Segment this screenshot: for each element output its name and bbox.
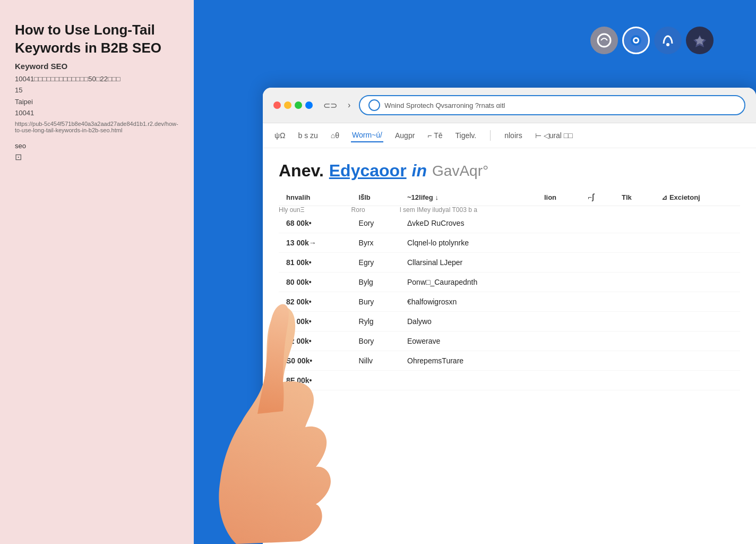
table-cell-8-6 — [654, 371, 740, 390]
nav-tab-worm[interactable]: Worm~ú/ — [351, 129, 383, 142]
table-cell-2-6 — [654, 253, 740, 273]
table-cell-2-0: 81 00k• — [279, 253, 351, 273]
address-text: Wnind Sprotech Qvsarroning ?rnats αitl — [384, 101, 505, 109]
nav-tab-nloirs[interactable]: nloirs — [503, 129, 523, 142]
table-cell-6-5 — [614, 332, 654, 351]
table-cell-1-4 — [580, 233, 614, 253]
table-cell-4-1: Bury — [351, 292, 400, 312]
table-row[interactable]: 68 00k•EoryΔvkeD RuCroves — [279, 214, 740, 233]
decorative-circle-1 — [590, 27, 618, 54]
decorative-circle-4 — [686, 27, 714, 54]
nav-tab-tigelv[interactable]: Tigelv. — [454, 129, 478, 142]
page-title-part1: Anev. — [279, 161, 324, 181]
table-cell-2-3 — [537, 253, 580, 273]
table-cell-7-3 — [537, 351, 580, 371]
subheader-col1: Hly ounΞ — [279, 206, 351, 214]
sidebar: How to Use Long-Tail Keywords in B2B SEO… — [0, 0, 194, 544]
nav-tab-icon1[interactable]: ψΩ — [273, 129, 286, 142]
traffic-light-yellow[interactable] — [284, 101, 291, 109]
sidebar-tag: seo — [15, 142, 179, 150]
table-row[interactable]: S0 00k•NillvOhrepemsTurare — [279, 351, 740, 371]
table-cell-4-4 — [580, 292, 614, 312]
table-cell-6-2: Eowerave — [400, 332, 537, 351]
col-header-3[interactable]: lion — [537, 189, 580, 206]
address-bar[interactable]: Wnind Sprotech Qvsarroning ?rnats αitl — [359, 95, 745, 115]
sidebar-title: How to Use Long-Tail Keywords in B2B SEO — [15, 21, 179, 57]
col-header-4[interactable]: ⌐ʃ — [580, 189, 614, 206]
traffic-light-blue[interactable] — [305, 101, 313, 109]
table-cell-7-1: Nillv — [351, 351, 400, 371]
table-row[interactable]: 80 00k•BylgPonw□_Caurapednth — [279, 273, 740, 292]
table-cell-0-2: ΔvkeD RuCroves — [400, 214, 537, 233]
table-cell-0-6 — [654, 214, 740, 233]
forward-button[interactable]: › — [346, 99, 353, 111]
page-title-part2: Edycaoor — [329, 161, 407, 181]
traffic-lights — [273, 101, 313, 109]
table-row[interactable]: 17 00k•RylgDalywo — [279, 312, 740, 332]
sidebar-url: https://pub-5c454f571b8e40a3a2aad27ade84… — [15, 121, 179, 133]
page-title-part4: GavAqr° — [432, 163, 488, 180]
sidebar-meta-line1: 10041□□□□□□□□□□□□□50□22□□□ — [15, 74, 179, 84]
col-header-1[interactable]: ls̃lb — [351, 189, 400, 206]
sidebar-meta-line3: Taipei — [15, 97, 179, 107]
main-area: ⊂⊃ › Wnind Sprotech Qvsarroning ?rnats α… — [194, 0, 756, 544]
nav-tab-augpr[interactable]: Augpr — [394, 129, 416, 142]
table-cell-0-1: Eory — [351, 214, 400, 233]
table-row[interactable]: 81 00k•EgryCllarsinal LJeper — [279, 253, 740, 273]
table-cell-1-1: Byrx — [351, 233, 400, 253]
table-cell-8-2 — [400, 371, 537, 390]
table-cell-5-6 — [654, 312, 740, 332]
nav-tab-icon2[interactable]: ⌂θ — [330, 129, 340, 142]
traffic-light-red[interactable] — [273, 101, 281, 109]
nav-tab-ural[interactable]: ⊢ ◁ural □□ — [534, 129, 574, 142]
traffic-light-green[interactable] — [295, 101, 302, 109]
table-cell-8-4 — [580, 371, 614, 390]
table-cell-1-5 — [614, 233, 654, 253]
nav-tab-bszu[interactable]: b s zu — [297, 129, 319, 142]
nav-separator — [490, 130, 491, 141]
col-header-0[interactable]: hnvalih — [279, 189, 351, 206]
browser-toolbar: ⊂⊃ › Wnind Sprotech Qvsarroning ?rnats α… — [263, 88, 756, 123]
table-cell-5-1: Rylg — [351, 312, 400, 332]
table-cell-3-2: Ponw□_Caurapednth — [400, 273, 537, 292]
table-cell-2-2: Cllarsinal LJeper — [400, 253, 537, 273]
back-button[interactable]: ⊂⊃ — [321, 99, 339, 112]
subheader-col2: Roro — [351, 206, 400, 214]
col-header-2[interactable]: ~12lifeg ↓ — [400, 189, 537, 206]
browser-nav-tabs: ψΩ b s zu ⌂θ Worm~ú/ Augpr ⌐ Tē Tigelv. … — [263, 123, 756, 148]
subheader-col3: l sem IMey iludyal T003 b a — [400, 206, 740, 214]
table-cell-3-5 — [614, 273, 654, 292]
table-cell-6-3 — [537, 332, 580, 351]
table-cell-6-6 — [654, 332, 740, 351]
table-cell-8-5 — [614, 371, 654, 390]
svg-point-3 — [634, 39, 638, 42]
table-cell-6-1: Bory — [351, 332, 400, 351]
table-row[interactable]: 8F 00k• — [279, 371, 740, 390]
table-cell-4-6 — [654, 292, 740, 312]
col-header-5[interactable]: Tlk — [614, 189, 654, 206]
table-cell-7-6 — [654, 351, 740, 371]
sidebar-meta-line4: 10041 — [15, 108, 179, 118]
nav-tab-te[interactable]: ⌐ Tē — [426, 129, 443, 142]
table-cell-4-5 — [614, 292, 654, 312]
table-body: 68 00k•EoryΔvkeD RuCroves13 00k→ByrxClqn… — [279, 214, 740, 390]
table-cell-2-4 — [580, 253, 614, 273]
table-row[interactable]: 82 00k•Bury€halfowigrosxn — [279, 292, 740, 312]
table-cell-0-4 — [580, 214, 614, 233]
browser-content: Anev. Edycaoor in GavAqr° hnvalih ls̃lb … — [263, 148, 756, 403]
table-cell-8-0: 8F 00k• — [279, 371, 351, 390]
table-cell-4-0: 82 00k• — [279, 292, 351, 312]
table-cell-8-3 — [537, 371, 580, 390]
table-cell-5-4 — [580, 312, 614, 332]
table-cell-0-3 — [537, 214, 580, 233]
table-cell-5-3 — [537, 312, 580, 332]
table-cell-3-6 — [654, 273, 740, 292]
table-row[interactable]: 32 00k•BoryEowerave — [279, 332, 740, 351]
col-header-6[interactable]: ⊿ Excietonj — [654, 189, 740, 206]
table-row[interactable]: 13 00k→ByrxClqnel-lo ptolynrke — [279, 233, 740, 253]
table-cell-3-0: 80 00k• — [279, 273, 351, 292]
blue-background — [194, 0, 756, 101]
table-cell-5-0: 17 00k• — [279, 312, 351, 332]
copy-icon[interactable]: ⊡ — [15, 152, 22, 162]
table-cell-2-5 — [614, 253, 654, 273]
